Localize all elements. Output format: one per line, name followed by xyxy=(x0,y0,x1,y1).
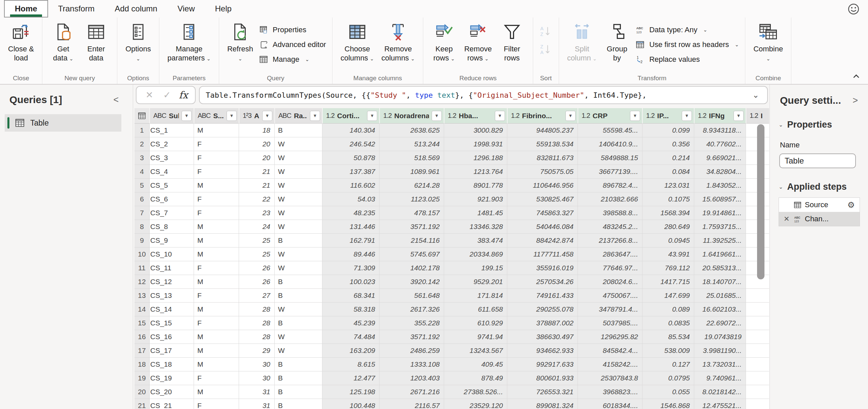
cell[interactable]: 750575.05 xyxy=(507,165,578,179)
column-header-hba[interactable]: 1.2Hba...▼ xyxy=(444,108,507,124)
cell[interactable]: W xyxy=(275,330,322,344)
cell[interactable]: 1.843052... xyxy=(694,179,746,193)
cell[interactable]: 769.112 xyxy=(643,261,694,275)
cell[interactable]: 25 xyxy=(239,234,275,247)
cell[interactable]: CS_20 xyxy=(150,385,194,399)
cell[interactable]: W xyxy=(275,165,322,179)
cell[interactable]: 9.740961... xyxy=(694,371,746,385)
properties-button[interactable]: Properties xyxy=(258,25,326,35)
remove-columns-button[interactable]: Removecolumns⌄ xyxy=(379,21,417,64)
column-filter-dropdown[interactable]: ▼ xyxy=(734,111,744,121)
query-item-table[interactable]: Table xyxy=(5,114,121,132)
cell[interactable]: 0.0795 xyxy=(643,371,694,385)
cell[interactable]: 0.214 xyxy=(643,151,694,165)
cell[interactable]: 1106446.956 xyxy=(507,179,578,193)
cell[interactable]: 48.235 xyxy=(322,206,379,220)
cell[interactable]: 1402.178 xyxy=(379,261,444,275)
cell[interactable]: 878.49 xyxy=(444,371,507,385)
cell[interactable]: 2137266.8... xyxy=(578,234,643,247)
formula-commit-button[interactable]: ✓ xyxy=(161,89,173,101)
cell[interactable]: 26 xyxy=(239,261,275,275)
cell[interactable]: 20334.869 xyxy=(444,247,507,261)
column-header-noradrenal[interactable]: 1.2Noradrenal...▼ xyxy=(380,108,444,124)
cell[interactable]: 2617.326 xyxy=(379,303,444,316)
cell[interactable]: 0 xyxy=(746,316,769,330)
cell[interactable]: F xyxy=(194,261,239,275)
cell[interactable]: 1333.108 xyxy=(379,357,444,371)
tab-home[interactable]: Home xyxy=(4,0,48,18)
cell[interactable]: 4750067.... xyxy=(578,289,643,303)
cell[interactable]: 884242.874 xyxy=(507,234,578,247)
cell[interactable]: 12.475521... xyxy=(694,399,746,409)
cell[interactable]: 0. xyxy=(746,330,769,344)
query-settings-expand-icon[interactable]: > xyxy=(850,95,860,106)
cell[interactable]: 5745.697 xyxy=(379,247,444,261)
cell[interactable]: 26 xyxy=(239,275,275,289)
cell[interactable]: M xyxy=(194,234,239,247)
cell[interactable]: 538.009 xyxy=(643,344,694,357)
properties-section-header[interactable]: ⌄ Properties xyxy=(779,120,868,130)
cell[interactable]: CS_1 xyxy=(150,124,194,137)
cell[interactable]: 1213.764 xyxy=(444,165,507,179)
cell[interactable]: 1546.868 xyxy=(643,399,694,409)
cell[interactable]: M xyxy=(194,247,239,261)
cell[interactable]: 3968823.... xyxy=(578,385,643,399)
cell[interactable]: 0 xyxy=(746,344,769,357)
cell[interactable]: 125.198 xyxy=(322,385,379,399)
row-number[interactable]: 15 xyxy=(134,316,150,330)
cell[interactable]: 378887.002 xyxy=(507,316,578,330)
cell[interactable]: 12.477 xyxy=(322,371,379,385)
column-header-crp[interactable]: 1.2CRP▼ xyxy=(578,108,643,124)
column-filter-dropdown[interactable]: ▼ xyxy=(495,111,505,121)
cell[interactable]: 2863647.... xyxy=(578,247,643,261)
tab-help[interactable]: Help xyxy=(205,0,242,18)
cell[interactable]: 9741.94 xyxy=(444,330,507,344)
cell[interactable]: 3478791.4... xyxy=(578,303,643,316)
column-filter-dropdown[interactable]: ▼ xyxy=(565,111,576,121)
cell[interactable]: 0.089 xyxy=(643,303,694,316)
cell[interactable]: 355.228 xyxy=(379,316,444,330)
cell[interactable]: 2116.57 xyxy=(379,399,444,409)
cell[interactable]: 1417.715 xyxy=(643,275,694,289)
cell[interactable]: 1296295.82 xyxy=(578,330,643,344)
cell[interactable]: 8.9343118... xyxy=(694,124,746,137)
cell[interactable]: W xyxy=(275,179,322,193)
cell[interactable]: 1998.931 xyxy=(444,137,507,151)
column-header-fibrino[interactable]: 1.2Fibrino...▼ xyxy=(507,108,578,124)
applied-step-source[interactable]: Source⚙ xyxy=(779,198,860,212)
cell[interactable]: 43.991 xyxy=(643,247,694,261)
cell[interactable]: 9.669021... xyxy=(694,151,746,165)
cell[interactable]: 0.084 xyxy=(643,165,694,179)
cell[interactable]: 992917.633 xyxy=(507,357,578,371)
cell[interactable]: CS_17 xyxy=(150,344,194,357)
cell[interactable]: 1481.45 xyxy=(444,206,507,220)
cell[interactable]: CS_15 xyxy=(150,316,194,330)
cell[interactable]: 163.209 xyxy=(322,344,379,357)
column-header-corti[interactable]: 1.2Corti...▼ xyxy=(323,108,380,124)
cell[interactable]: 513.244 xyxy=(379,137,444,151)
cell[interactable]: W xyxy=(275,193,322,206)
column-filter-dropdown[interactable]: ▼ xyxy=(310,111,320,121)
cell[interactable]: 0.099 xyxy=(643,124,694,137)
cell[interactable]: 0 xyxy=(746,385,769,399)
column-filter-dropdown[interactable]: ▼ xyxy=(182,111,192,121)
cell[interactable]: 745863.327 xyxy=(507,206,578,220)
cell[interactable]: 162.791 xyxy=(322,234,379,247)
cell[interactable]: F xyxy=(194,206,239,220)
row-number[interactable]: 3 xyxy=(134,151,150,165)
cell[interactable]: 611.658 xyxy=(444,303,507,316)
cell[interactable]: 123.031 xyxy=(643,179,694,193)
row-number[interactable]: 19 xyxy=(134,371,150,385)
cell[interactable]: B xyxy=(275,124,322,137)
cell[interactable]: CS_16 xyxy=(150,330,194,344)
cell[interactable]: 20.585313... xyxy=(694,261,746,275)
delete-step-icon[interactable]: ✕ xyxy=(782,214,790,223)
cell[interactable]: CS_7 xyxy=(150,206,194,220)
za-button[interactable]: ZA xyxy=(539,43,553,57)
cell[interactable]: 0. xyxy=(746,357,769,371)
cell[interactable]: 1.7593715... xyxy=(694,220,746,234)
filter-rows-button[interactable]: Filterrows xyxy=(497,21,527,64)
row-number[interactable]: 4 xyxy=(134,165,150,179)
cell[interactable]: F xyxy=(194,193,239,206)
cell[interactable]: 383.474 xyxy=(444,234,507,247)
